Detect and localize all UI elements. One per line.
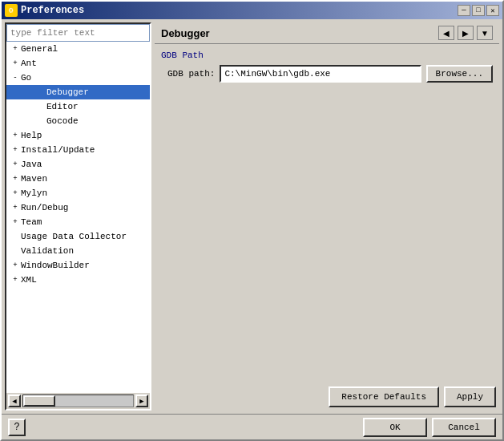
nav-forward-button[interactable]: ▶	[458, 26, 474, 40]
expand-icon-validation	[10, 245, 21, 257]
right-panel: Debugger ◀ ▶ ▼ GDB Path GDB path: Browse…	[155, 22, 499, 411]
tree-label-go: Go	[21, 73, 31, 83]
close-button[interactable]: ✕	[486, 5, 499, 16]
expand-icon-usage-data-collector	[10, 231, 21, 242]
gdb-section-label: GDB Path	[161, 51, 493, 60]
expand-icon-install-update: +	[10, 144, 21, 156]
scrollbar-thumb[interactable]	[23, 395, 55, 407]
tree-label-ant: Ant	[21, 59, 37, 68]
help-button[interactable]: ?	[8, 419, 26, 436]
browse-button[interactable]: Browse...	[426, 65, 493, 83]
footer-bar: ? OK Cancel	[2, 414, 502, 439]
tree-label-run-debug: Run/Debug	[21, 203, 68, 212]
gdb-section: GDB Path GDB path: Browse...	[155, 44, 499, 89]
tree-label-java: Java	[21, 160, 42, 169]
window-icon: ⚙	[5, 4, 18, 17]
tree-label-xml: XML	[21, 275, 37, 285]
tree-item-team[interactable]: + Team	[6, 215, 150, 229]
tree-item-mylyn[interactable]: + Mylyn	[6, 186, 150, 200]
gdb-path-input[interactable]	[220, 65, 421, 83]
minimize-button[interactable]: ─	[458, 5, 470, 16]
expand-icon-go: -	[10, 72, 21, 83]
tree-item-editor[interactable]: Editor	[6, 99, 150, 114]
expand-icon-debugger	[35, 87, 46, 98]
tree-label-install-update: Install/Update	[21, 145, 95, 155]
tree-label-editor: Editor	[46, 102, 79, 111]
debugger-title: Debugger	[161, 27, 210, 39]
tree-item-gocode[interactable]: Gocode	[6, 114, 150, 128]
tree-label-validation: Validation	[21, 246, 74, 256]
title-bar-left: ⚙ Preferences	[5, 4, 84, 17]
title-buttons: ─ □ ✕	[458, 5, 499, 16]
expand-icon-run-debug: +	[10, 202, 21, 213]
nav-buttons: ◀ ▶ ▼	[438, 26, 493, 40]
tree-label-usage-data-collector: Usage Data Collector	[21, 232, 127, 241]
cancel-button[interactable]: Cancel	[432, 418, 496, 437]
expand-icon-team: +	[10, 216, 21, 228]
tree-label-team: Team	[21, 217, 42, 227]
scroll-left-button[interactable]: ◀	[8, 394, 21, 407]
nav-back-button[interactable]: ◀	[438, 26, 454, 40]
expand-icon-mylyn: +	[10, 188, 21, 199]
tree-container: + General + Ant - Go	[6, 42, 150, 393]
tree-item-debugger[interactable]: Debugger	[6, 85, 150, 99]
preferences-window: ⚙ Preferences ─ □ ✕ + General	[0, 0, 504, 441]
tree-item-ant[interactable]: + Ant	[6, 56, 150, 71]
scrollbar-track[interactable]	[22, 394, 134, 407]
tree-item-help[interactable]: + Help	[6, 128, 150, 143]
tree-item-run-debug[interactable]: + Run/Debug	[6, 200, 150, 215]
nav-dropdown-button[interactable]: ▼	[477, 26, 493, 40]
left-panel: + General + Ant - Go	[5, 22, 151, 411]
tree-label-debugger: Debugger	[46, 87, 89, 97]
tree-label-maven: Maven	[21, 174, 47, 184]
bottom-buttons: Restore Defaults Apply	[155, 383, 499, 411]
tree-label-help: Help	[21, 131, 42, 140]
expand-icon-maven: +	[10, 173, 21, 184]
expand-icon-java: +	[10, 159, 21, 170]
window-title: Preferences	[21, 5, 84, 16]
expand-icon-general: +	[10, 43, 21, 55]
horizontal-scrollbar[interactable]: ◀ ▶	[6, 393, 150, 409]
tree-label-mylyn: Mylyn	[21, 188, 47, 198]
tree-item-go[interactable]: - Go	[6, 71, 150, 85]
tree-item-usage-data-collector[interactable]: Usage Data Collector	[6, 229, 150, 244]
top-area: + General + Ant - Go	[5, 22, 499, 411]
expand-icon-windowbuilder: +	[10, 260, 21, 271]
expand-icon-ant: +	[10, 58, 21, 69]
title-bar: ⚙ Preferences ─ □ ✕	[2, 2, 502, 19]
tree-item-install-update[interactable]: + Install/Update	[6, 143, 150, 157]
ok-cancel-area: OK Cancel	[363, 418, 496, 437]
gdb-path-label: GDB path:	[167, 69, 215, 79]
tree-label-general: General	[21, 44, 58, 54]
expand-icon-xml: +	[10, 274, 21, 285]
tree-item-maven[interactable]: + Maven	[6, 172, 150, 186]
filter-input[interactable]	[6, 24, 150, 42]
tree-item-java[interactable]: + Java	[6, 157, 150, 172]
expand-icon-editor	[35, 101, 46, 112]
tree-item-xml[interactable]: + XML	[6, 273, 150, 287]
gdb-path-row: GDB path: Browse...	[161, 65, 493, 83]
ok-button[interactable]: OK	[363, 418, 427, 437]
expand-icon-help: +	[10, 130, 21, 141]
tree-label-windowbuilder: WindowBuilder	[21, 261, 90, 270]
maximize-button[interactable]: □	[472, 5, 485, 16]
main-content: + General + Ant - Go	[2, 19, 502, 414]
tree-item-general[interactable]: + General	[6, 42, 150, 56]
tree-label-gocode: Gocode	[46, 116, 79, 126]
tree-item-validation[interactable]: Validation	[6, 244, 150, 258]
expand-icon-gocode	[35, 115, 46, 127]
tree-item-windowbuilder[interactable]: + WindowBuilder	[6, 258, 150, 273]
restore-defaults-button[interactable]: Restore Defaults	[329, 386, 439, 407]
debugger-header: Debugger ◀ ▶ ▼	[155, 22, 499, 44]
apply-button[interactable]: Apply	[444, 386, 496, 407]
scroll-right-button[interactable]: ▶	[135, 394, 148, 407]
